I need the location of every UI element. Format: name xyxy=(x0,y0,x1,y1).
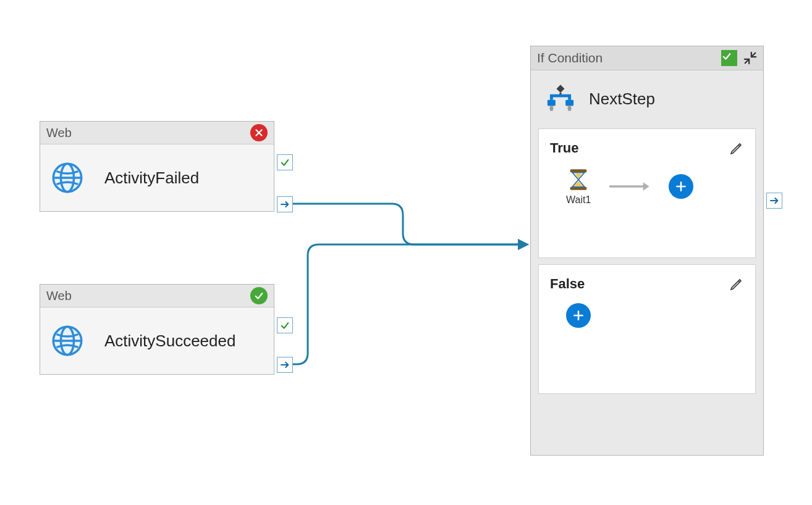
false-branch-label: False xyxy=(550,276,585,292)
web-icon xyxy=(50,161,85,195)
false-branch[interactable]: False xyxy=(538,264,756,394)
svg-marker-1 xyxy=(518,239,529,250)
svg-marker-16 xyxy=(643,182,649,190)
true-branch-body: Wait1 xyxy=(550,167,744,206)
false-branch-body xyxy=(550,303,744,328)
skip-port[interactable] xyxy=(766,193,782,209)
add-activity-button[interactable] xyxy=(669,174,693,199)
activity-header: Web xyxy=(40,122,274,144)
pipeline-canvas[interactable]: Web ActivityFailed Web xyxy=(0,0,812,505)
web-icon xyxy=(50,323,85,358)
success-port[interactable] xyxy=(277,317,293,333)
skip-port[interactable] xyxy=(277,357,293,373)
activity-type-label: Web xyxy=(46,289,72,303)
activity-type-label: Web xyxy=(46,126,72,140)
wait-activity[interactable]: Wait1 xyxy=(566,167,591,206)
add-activity-button[interactable] xyxy=(566,303,591,328)
container-type-label: If Condition xyxy=(537,51,603,65)
status-success-icon xyxy=(721,50,737,66)
edit-icon[interactable] xyxy=(729,277,744,291)
activity-title: ActivitySucceeded xyxy=(104,332,235,351)
svg-marker-11 xyxy=(549,108,554,111)
edit-icon[interactable] xyxy=(729,141,744,156)
activity-body: ActivityFailed xyxy=(40,144,274,211)
collapse-icon[interactable] xyxy=(743,51,757,65)
arrow-icon xyxy=(608,180,651,193)
svg-rect-9 xyxy=(548,100,556,106)
hourglass-icon xyxy=(566,167,591,192)
container-header: If Condition xyxy=(531,46,763,70)
activity-web-succeeded[interactable]: Web ActivitySucceeded xyxy=(40,284,274,375)
success-port[interactable] xyxy=(277,154,293,170)
svg-marker-8 xyxy=(557,85,565,93)
activity-body: ActivitySucceeded xyxy=(40,307,274,374)
activity-web-failed[interactable]: Web ActivityFailed xyxy=(40,121,274,212)
wait-label: Wait1 xyxy=(566,194,591,206)
activity-header: Web xyxy=(40,285,274,307)
container-name: NextStep xyxy=(589,90,655,109)
if-condition-container[interactable]: If Condition xyxy=(530,46,764,456)
svg-rect-10 xyxy=(565,100,573,106)
true-branch-label: True xyxy=(550,140,578,156)
condition-icon xyxy=(544,83,577,115)
status-success-icon xyxy=(250,287,268,304)
container-subtitle: NextStep xyxy=(531,70,763,122)
status-failed-icon xyxy=(250,124,268,141)
skip-port[interactable] xyxy=(277,196,293,212)
activity-title: ActivityFailed xyxy=(104,169,199,188)
true-branch[interactable]: True Wait1 xyxy=(538,128,756,258)
svg-marker-12 xyxy=(567,108,572,111)
